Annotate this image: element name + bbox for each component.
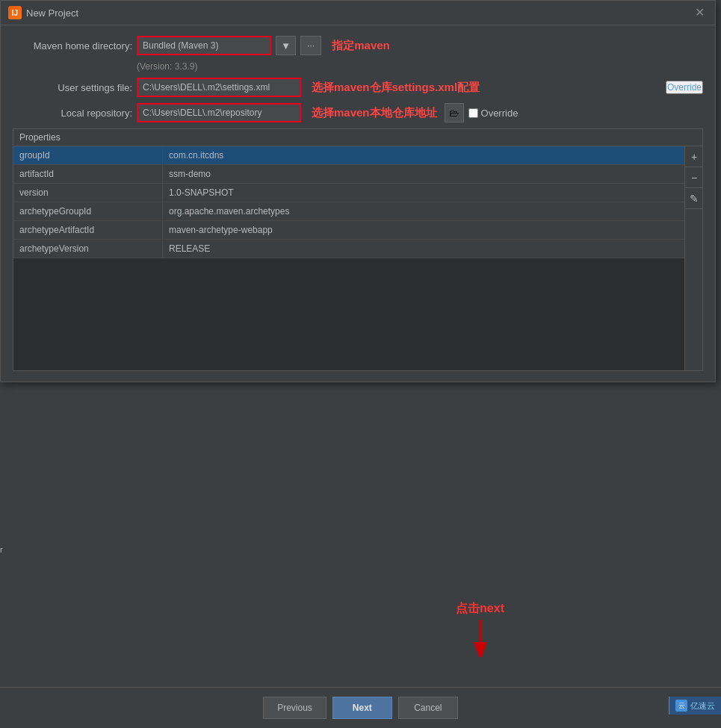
maven-home-dots-button[interactable]: ··· — [300, 36, 321, 55]
side-label: r — [0, 545, 3, 554]
properties-table: groupId com.cn.itcdns artifactId ssm-dem… — [13, 146, 684, 370]
buttons-bar: Previous Next Cancel — [0, 687, 721, 728]
properties-section: Properties groupId com.cn.itcdns artifac… — [13, 128, 703, 371]
prop-val-archetype-artifact: maven-archetype-webapp — [163, 221, 684, 239]
dialog-title: New Project — [26, 7, 78, 19]
folder-icon: 🗁 — [449, 108, 459, 119]
table-row[interactable]: archetypeGroupId org.apache.maven.archet… — [13, 202, 684, 221]
prop-key-archetype-artifact: archetypeArtifactId — [13, 221, 163, 239]
next-annotation-block: 点击next — [456, 601, 504, 657]
dialog-content: Maven home directory: ▼ ··· 指定maven (Ver… — [1, 25, 715, 382]
title-bar: IJ New Project ✕ — [1, 1, 715, 25]
properties-body: groupId com.cn.itcdns artifactId ssm-dem… — [13, 146, 702, 370]
edit-property-button[interactable]: ✎ — [685, 188, 703, 209]
local-repo-annotation: 选择maven本地仓库地址 — [312, 106, 437, 120]
user-settings-row: User settings file: 选择maven仓库settings.xm… — [13, 78, 703, 97]
local-repo-label: Local repository: — [13, 108, 132, 119]
properties-header: Properties — [13, 129, 702, 146]
close-button[interactable]: ✕ — [692, 5, 708, 20]
next-annotation-text: 点击next — [456, 601, 504, 617]
prop-val-archetype-version: RELEASE — [163, 240, 684, 258]
user-settings-label: User settings file: — [13, 82, 132, 93]
arrow-svg — [465, 620, 495, 657]
maven-version: (Version: 3.3.9) — [137, 61, 703, 72]
prop-key-version: version — [13, 184, 163, 202]
prop-key-groupid: groupId — [13, 146, 163, 164]
maven-home-input[interactable] — [137, 36, 271, 55]
table-row[interactable]: archetypeArtifactId maven-archetype-weba… — [13, 221, 684, 240]
local-repo-input[interactable] — [137, 103, 301, 122]
prop-val-artifactid: ssm-demo — [163, 165, 684, 183]
user-settings-override-button[interactable]: Override — [666, 81, 703, 94]
dots-icon: ··· — [307, 40, 315, 51]
prop-key-archetype-group: archetypeGroupId — [13, 202, 163, 220]
cancel-button[interactable]: Cancel — [398, 697, 458, 719]
local-repo-override-text: Override — [481, 108, 519, 119]
remove-property-button[interactable]: − — [685, 167, 703, 188]
props-empty-area — [13, 258, 684, 370]
local-repo-row: Local repository: 选择maven本地仓库地址 🗁 Overri… — [13, 103, 703, 122]
app-icon: IJ — [8, 6, 22, 19]
dropdown-icon: ▼ — [281, 40, 291, 52]
prop-val-archetype-group: org.apache.maven.archetypes — [163, 202, 684, 220]
table-row[interactable]: groupId com.cn.itcdns — [13, 146, 684, 165]
table-row[interactable]: version 1.0-SNAPSHOT — [13, 184, 684, 202]
maven-home-row: Maven home directory: ▼ ··· 指定maven — [13, 36, 703, 55]
local-repo-override-label: Override — [468, 108, 519, 119]
prop-key-archetype-version: archetypeVersion — [13, 240, 163, 258]
previous-button[interactable]: Previous — [263, 697, 327, 719]
local-repo-folder-button[interactable]: 🗁 — [445, 103, 464, 122]
next-button[interactable]: Next — [332, 697, 392, 719]
title-bar-left: IJ New Project — [8, 6, 78, 19]
table-row[interactable]: artifactId ssm-demo — [13, 165, 684, 184]
table-row[interactable]: archetypeVersion RELEASE — [13, 240, 684, 258]
add-property-button[interactable]: + — [685, 146, 703, 167]
watermark-icon: 云 — [675, 700, 687, 712]
prop-val-version: 1.0-SNAPSHOT — [163, 184, 684, 202]
maven-home-dropdown[interactable]: ▼ — [276, 36, 296, 55]
props-actions: + − ✎ — [684, 146, 702, 370]
user-settings-input[interactable] — [137, 78, 301, 97]
watermark-text: 亿速云 — [690, 700, 715, 712]
prop-key-artifactid: artifactId — [13, 165, 163, 183]
local-repo-override-checkbox[interactable] — [468, 108, 478, 118]
watermark: 云 亿速云 — [669, 697, 721, 715]
maven-annotation: 指定maven — [332, 39, 390, 53]
new-project-dialog: IJ New Project ✕ Maven home directory: ▼… — [0, 0, 716, 382]
maven-home-label: Maven home directory: — [13, 40, 132, 52]
user-settings-annotation: 选择maven仓库settings.xml配置 — [312, 81, 480, 95]
prop-val-groupid: com.cn.itcdns — [163, 146, 684, 164]
